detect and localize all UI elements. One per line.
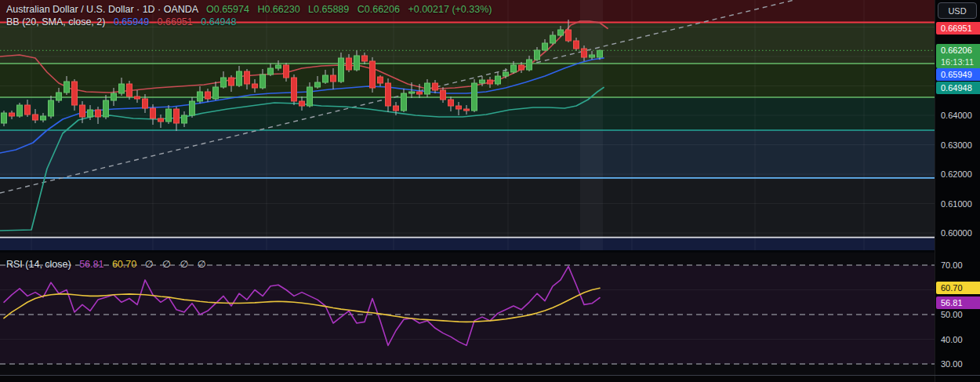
price-zones — [0, 0, 935, 250]
rsi-axis-label: 50.00 — [935, 310, 980, 319]
rsi-axis-label: 70.00 — [935, 260, 980, 270]
bb-basis-price-badge: 0.65949 — [936, 68, 980, 81]
ohlc-high: H0.66230 — [257, 4, 299, 15]
symbol-title[interactable]: Australian Dollar / U.S. Dollar · 1D · O… — [6, 4, 198, 15]
price-axis[interactable]: USD 0.640000.630000.620000.610000.600007… — [935, 0, 980, 382]
ohlc-low: L0.65889 — [308, 4, 349, 15]
ohlc-open: O0.65974 — [206, 4, 249, 15]
symbol-legend-row[interactable]: Australian Dollar / U.S. Dollar · 1D · O… — [6, 3, 492, 16]
price-axis-label: 0.63000 — [935, 140, 980, 150]
bb-basis-value: 0.65949 — [114, 16, 149, 27]
price-axis-label: 0.64000 — [935, 111, 980, 120]
bb-upper-price-badge: 0.66951 — [936, 22, 980, 35]
rsi-hidden-values: ∅ ∅ ∅ ∅ — [145, 259, 209, 270]
rsi-indicator-title[interactable]: RSI (14, close) — [6, 259, 71, 270]
rsi-value-badge: 56.81 — [936, 297, 980, 309]
time-axis-divider — [0, 375, 980, 376]
bb-lower-value: 0.64948 — [201, 16, 236, 27]
main-legend: Australian Dollar / U.S. Dollar · 1D · O… — [6, 3, 492, 28]
ohlc-change: +0.00217 (+0.33%) — [408, 4, 492, 15]
rsi-value: 56.81 — [79, 259, 103, 270]
bb-indicator-title[interactable]: BB (20, SMA, close, 2) — [6, 16, 105, 27]
price-axis-label: 0.60000 — [935, 228, 980, 238]
bb-upper-value: 0.66951 — [158, 16, 193, 27]
chart-canvas[interactable]: Australian Dollar / U.S. Dollar · 1D · O… — [0, 0, 935, 382]
last-price-badge: 0.6620616:13:11 — [936, 44, 980, 68]
ohlc-close: C0.66206 — [358, 4, 400, 15]
currency-toggle-button[interactable]: USD — [938, 2, 977, 19]
price-axis-label: 0.62000 — [935, 169, 980, 179]
rsi-ma-badge: 60.70 — [936, 282, 980, 294]
rsi-axis-label: 40.00 — [935, 335, 980, 344]
trading-chart-window: Australian Dollar / U.S. Dollar · 1D · O… — [0, 0, 980, 382]
rsi-legend-row[interactable]: RSI (14, close) 56.81 60.70 ∅ ∅ ∅ ∅ — [6, 258, 209, 271]
candle-close-countdown: 16:13:11 — [941, 56, 980, 68]
bb-lower-price-badge: 0.64948 — [936, 82, 980, 94]
rsi-axis-label: 30.00 — [935, 359, 980, 369]
chart-plot[interactable] — [0, 0, 935, 382]
rsi-ma-value: 60.70 — [112, 259, 136, 270]
bb-legend-row[interactable]: BB (20, SMA, close, 2) 0.65949 0.66951 0… — [6, 16, 492, 28]
session-highlight — [580, 0, 603, 250]
rsi-legend: RSI (14, close) 56.81 60.70 ∅ ∅ ∅ ∅ — [6, 258, 209, 271]
rsi-pane — [0, 253, 935, 382]
pane-separator — [0, 250, 935, 253]
price-axis-label: 0.61000 — [935, 199, 980, 209]
